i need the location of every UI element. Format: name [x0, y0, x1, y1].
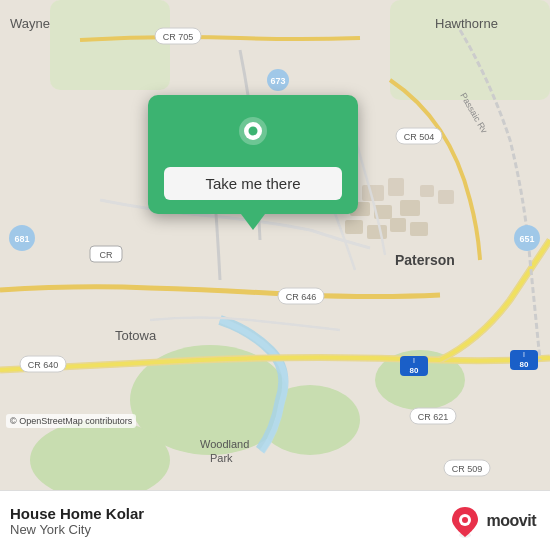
map-container: CR 705 673 CR 504 681 CR CR 646 651 I 80…: [0, 0, 550, 490]
svg-rect-5: [50, 0, 170, 90]
svg-text:80: 80: [410, 366, 419, 375]
svg-point-57: [462, 517, 468, 523]
moovit-icon: [447, 503, 483, 539]
svg-text:CR 640: CR 640: [28, 360, 59, 370]
osm-attribution: © OpenStreetMap contributors: [6, 414, 136, 428]
svg-text:681: 681: [14, 234, 29, 244]
svg-text:651: 651: [519, 234, 534, 244]
take-me-there-button[interactable]: Take me there: [164, 167, 342, 200]
svg-text:Totowa: Totowa: [115, 328, 157, 343]
svg-text:Paterson: Paterson: [395, 252, 455, 268]
svg-text:CR 646: CR 646: [286, 292, 317, 302]
svg-rect-14: [438, 190, 454, 204]
svg-rect-13: [420, 185, 434, 197]
svg-rect-16: [367, 225, 387, 239]
svg-rect-9: [388, 178, 404, 196]
svg-text:Woodland: Woodland: [200, 438, 249, 450]
location-pin-icon: [231, 113, 275, 157]
location-info: House Home Kolar New York City: [10, 505, 144, 537]
svg-text:CR 705: CR 705: [163, 32, 194, 42]
svg-text:I: I: [523, 351, 525, 358]
svg-text:CR 509: CR 509: [452, 464, 483, 474]
location-card: Take me there: [148, 95, 358, 214]
location-city: New York City: [10, 522, 144, 537]
svg-text:Hawthorne: Hawthorne: [435, 16, 498, 31]
svg-text:80: 80: [520, 360, 529, 369]
svg-rect-15: [345, 220, 363, 234]
svg-text:673: 673: [270, 76, 285, 86]
moovit-logo: moovit: [447, 503, 536, 539]
svg-rect-18: [410, 222, 428, 236]
location-name: House Home Kolar: [10, 505, 144, 522]
svg-rect-12: [400, 200, 420, 216]
svg-rect-17: [390, 218, 406, 232]
moovit-label: moovit: [487, 512, 536, 530]
svg-text:CR: CR: [100, 250, 113, 260]
svg-text:Park: Park: [210, 452, 233, 464]
svg-text:CR 504: CR 504: [404, 132, 435, 142]
bottom-bar: House Home Kolar New York City moovit: [0, 490, 550, 550]
svg-text:Wayne: Wayne: [10, 16, 50, 31]
svg-text:I: I: [413, 357, 415, 364]
svg-text:CR 621: CR 621: [418, 412, 449, 422]
